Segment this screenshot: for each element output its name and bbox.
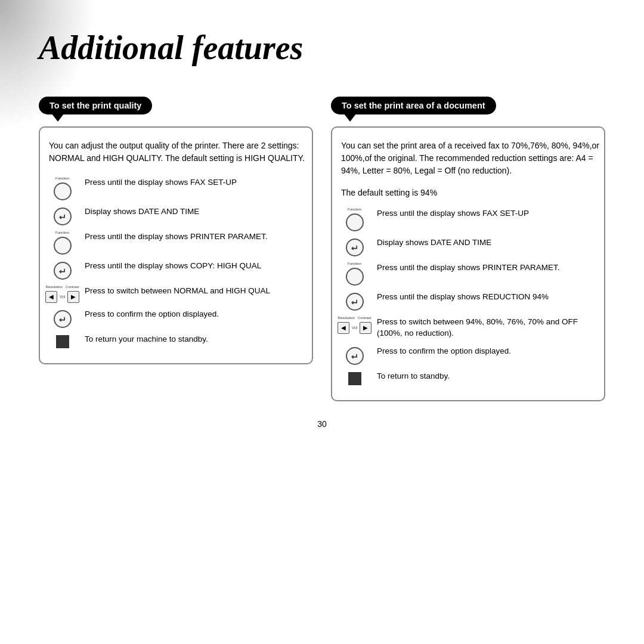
left-step-5-mono1: NORMAL — [174, 286, 208, 295]
right-step-3-mono: PRINTER PARAMET. — [482, 263, 560, 272]
arrow-buttons-1[interactable]: ◀ Vol ▶ — [45, 291, 80, 303]
left-section: To set the print quality You can adjust … — [39, 97, 313, 401]
r-arrow-left-1[interactable]: ◀ — [338, 322, 349, 334]
page-title: Additional features — [39, 30, 605, 67]
left-step-7: To return your machine to standby. — [40, 331, 312, 350]
right-step-2-mono: DATE AND TIME — [431, 238, 491, 247]
r-arrow-right-1[interactable]: ▶ — [360, 322, 371, 334]
r-function-button-2[interactable] — [346, 268, 364, 286]
r-enter-button-3[interactable] — [346, 347, 364, 365]
left-step-1: Function Press until the display shows F… — [40, 174, 312, 202]
right-step-5: Resolution Contrast ◀ Vol ▶ Press to swi… — [332, 314, 604, 342]
page-number: 30 — [39, 419, 605, 429]
right-step-6: Press to confirm the option displayed. — [332, 343, 604, 367]
left-panel: You can adjust the output quality of the… — [39, 126, 313, 364]
left-step-6: Press to confirm the option displayed. — [40, 306, 312, 330]
left-step-3-mono: PRINTER PARAMET. — [190, 232, 268, 241]
left-step-4-text: Press until the display shows COPY: HIGH… — [85, 258, 312, 274]
right-step-4-mono: REDUCTION 94% — [482, 292, 549, 301]
right-intro-text: You can set the print area of a received… — [332, 140, 604, 177]
right-step-1: Function Press until the display shows F… — [332, 205, 604, 233]
right-step-1-text: Press until the display shows FAX SET-UP — [377, 205, 604, 222]
r-function-button-1[interactable] — [346, 213, 364, 231]
right-step-4: Press until the display shows REDUCTION … — [332, 289, 604, 312]
r-enter-button-2[interactable] — [346, 293, 364, 311]
right-step-3: Function Press until the display shows P… — [332, 259, 604, 287]
r-function-label-2: Function — [348, 262, 361, 265]
arrow-left-1[interactable]: ◀ — [45, 291, 57, 303]
right-default-note: The default setting is 94% — [332, 187, 604, 199]
enter-button-1[interactable] — [54, 208, 72, 225]
function-button-1[interactable] — [54, 182, 72, 200]
right-step-7: To return to standby. — [332, 368, 604, 387]
left-step-4: Press until the display shows COPY: HIGH… — [40, 258, 312, 281]
function-label-2: Function — [55, 231, 69, 234]
r-arrow-buttons-1[interactable]: ◀ Vol ▶ — [338, 322, 372, 334]
r-function-label-1: Function — [348, 208, 361, 211]
left-step-7-text: To return your machine to standby. — [85, 331, 312, 348]
left-step-1-text: Press until the display shows FAX SET-UP — [85, 174, 312, 191]
left-step-2-mono: DATE AND TIME — [138, 207, 199, 216]
left-step-4-mono: COPY: HIGH QUAL — [190, 261, 261, 270]
left-step-1-mono: FAX SET-UP — [190, 178, 237, 187]
left-step-5: Resolution Contrast ◀ Vol ▶ Press to swi… — [40, 283, 312, 305]
right-panel: You can set the print area of a received… — [331, 126, 605, 401]
function-button-2[interactable] — [54, 237, 72, 255]
r-vol-label-1: Vol — [352, 326, 358, 330]
left-step-2: Display shows DATE AND TIME — [40, 203, 312, 227]
left-step-6-text: Press to confirm the option displayed. — [85, 306, 312, 323]
right-step-4-text: Press until the display shows REDUCTION … — [377, 289, 604, 305]
left-step-3: Function Press until the display shows P… — [40, 228, 312, 256]
r-enter-button-1[interactable] — [346, 239, 364, 256]
enter-button-3[interactable] — [54, 310, 72, 328]
r-stop-button-1[interactable] — [348, 372, 361, 385]
right-step-1-mono: FAX SET-UP — [482, 209, 529, 218]
right-section: To set the print area of a document You … — [331, 97, 605, 401]
left-step-2-text: Display shows DATE AND TIME — [85, 203, 312, 220]
right-step-5-text: Press to switch between 94%, 80%, 76%, 7… — [377, 314, 604, 342]
left-section-header: To set the print quality — [39, 97, 152, 114]
r-arrow-labels-1: Resolution Contrast — [338, 316, 371, 320]
left-step-5-mono2: HIGH QUAL — [226, 286, 270, 295]
left-step-3-text: Press until the display shows PRINTER PA… — [85, 228, 312, 245]
stop-button-1[interactable] — [56, 335, 69, 348]
left-intro-text: You can adjust the output quality of the… — [40, 140, 312, 165]
right-step-7-text: To return to standby. — [377, 368, 604, 385]
function-label-1: Function — [55, 177, 69, 180]
right-step-6-text: Press to confirm the option displayed. — [377, 343, 604, 360]
right-step-2-text: Display shows DATE AND TIME — [377, 234, 604, 251]
vol-label-1: Vol — [60, 295, 66, 299]
right-step-3-text: Press until the display shows PRINTER PA… — [377, 259, 604, 276]
enter-button-2[interactable] — [54, 262, 72, 280]
arrow-right-1[interactable]: ▶ — [67, 291, 79, 303]
right-step-2: Display shows DATE AND TIME — [332, 234, 604, 258]
right-section-header: To set the print area of a document — [331, 97, 496, 114]
arrow-labels-1: Resolution Contrast — [45, 285, 79, 289]
left-step-5-text: Press to switch between NORMAL and HIGH … — [85, 283, 312, 299]
